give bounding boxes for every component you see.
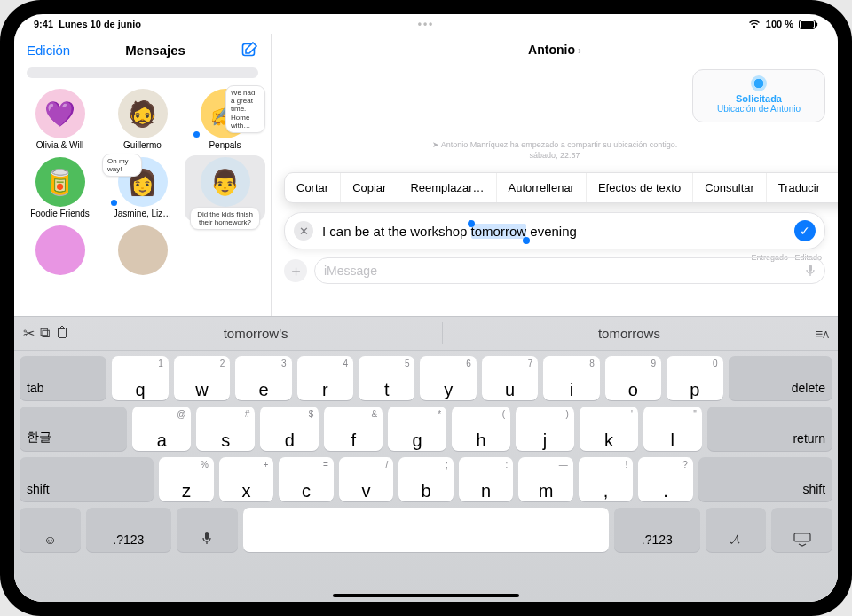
conversation-guillermo[interactable]: 🧔 Guillermo — [102, 87, 183, 154]
key-c[interactable]: =c — [279, 457, 334, 501]
menu-cut[interactable]: Cortar — [285, 173, 341, 202]
edit-button[interactable]: Edición — [27, 43, 70, 58]
key-j[interactable]: )j — [516, 407, 574, 451]
key-k[interactable]: 'k — [580, 407, 638, 451]
key-u[interactable]: 7u — [482, 356, 538, 400]
menu-translate[interactable]: Traducir — [767, 173, 832, 202]
menu-copy[interactable]: Copiar — [341, 173, 398, 202]
status-time: 9:41 — [34, 19, 53, 29]
conversation-penpals[interactable]: We had a great time. Home with… ✍️ Penpa… — [185, 87, 265, 154]
conversation-extra-1[interactable] — [20, 224, 100, 279]
timestamp: sábado, 22:57 — [272, 151, 838, 160]
conversation-olivia-will[interactable]: 💜 Olivia & Will — [20, 87, 100, 154]
key-globe[interactable]: 한글 — [20, 407, 127, 451]
key-return[interactable]: return — [707, 407, 832, 451]
key-m[interactable]: —m — [518, 457, 573, 501]
key-w[interactable]: 2w — [174, 356, 230, 400]
key-emoji[interactable]: ☺ — [20, 508, 81, 552]
cut-icon[interactable]: ✂︎ — [23, 325, 35, 342]
svg-rect-4 — [809, 265, 812, 272]
key-d[interactable]: $d — [260, 407, 319, 451]
key-x[interactable]: +x — [219, 457, 274, 501]
key-v[interactable]: /v — [339, 457, 394, 501]
suggestion-2[interactable]: tomorrows — [442, 322, 815, 344]
confirm-edit-button[interactable]: ✓ — [794, 220, 816, 241]
key-g[interactable]: *g — [388, 407, 446, 451]
selected-text[interactable]: tomorrow — [471, 224, 527, 239]
key-q[interactable]: 1q — [112, 356, 168, 400]
key-n[interactable]: :n — [459, 457, 514, 501]
menu-more[interactable]: › — [832, 173, 838, 202]
conversation-jasmine[interactable]: On my way! 👩 Jasmine, Liz… — [102, 155, 183, 222]
key-num-right[interactable]: .?123 — [614, 508, 699, 552]
key-f[interactable]: &f — [324, 407, 383, 451]
key-.[interactable]: ?. — [638, 457, 693, 501]
conversation-extra-2[interactable] — [102, 224, 183, 279]
key-p[interactable]: 0p — [667, 356, 722, 400]
paste-icon[interactable]: 📋︎ — [55, 325, 69, 342]
key-r[interactable]: 4r — [297, 356, 353, 400]
battery-icon — [799, 20, 818, 29]
key-e[interactable]: 3e — [235, 356, 291, 400]
suggestion-1[interactable]: tomorrow's — [69, 322, 442, 344]
wifi-icon — [748, 20, 761, 28]
key-delete[interactable]: delete — [729, 356, 832, 400]
copy-icon[interactable]: ⧉ — [40, 325, 50, 342]
key-,[interactable]: !, — [579, 457, 634, 501]
key-o[interactable]: 9o — [605, 356, 661, 400]
location-arrow-icon: ➤ — [432, 140, 439, 149]
conversation-foodie[interactable]: 🥫 Foodie Friends — [20, 155, 100, 222]
key-a[interactable]: @a — [132, 407, 191, 451]
key-space[interactable] — [243, 508, 610, 552]
chevron-right-icon: › — [578, 44, 581, 57]
text-context-menu: Cortar Copiar Reemplazar… Autorrellenar … — [284, 172, 838, 203]
format-icon[interactable]: ≡A — [816, 326, 829, 341]
key-handwriting[interactable]: 𝓐 — [706, 508, 767, 552]
dictation-icon[interactable] — [805, 264, 816, 278]
status-date: Lunes 10 de junio — [59, 19, 141, 29]
sidebar-title: Mensajes — [125, 43, 185, 58]
cancel-edit-button[interactable]: ✕ — [294, 221, 313, 241]
svg-rect-5 — [205, 532, 209, 540]
key-num-left[interactable]: .?123 — [86, 508, 171, 552]
svg-rect-6 — [794, 533, 810, 541]
key-z[interactable]: %z — [159, 457, 214, 501]
search-input[interactable] — [27, 67, 258, 78]
compose-button[interactable] — [241, 41, 258, 59]
key-s[interactable]: #s — [196, 407, 255, 451]
key-dictate[interactable] — [177, 508, 238, 552]
multitask-dots[interactable]: ••• — [418, 18, 435, 30]
message-text[interactable]: I can be at the workshop tomorrow evenin… — [322, 224, 785, 239]
key-b[interactable]: ;b — [398, 457, 454, 501]
location-card[interactable]: Solicitada Ubicación de Antonio — [692, 69, 825, 122]
menu-replace[interactable]: Reemplazar… — [398, 173, 496, 202]
home-indicator[interactable] — [333, 594, 519, 597]
svg-rect-1 — [801, 21, 814, 28]
attach-button[interactable]: ＋ — [284, 259, 307, 282]
unread-dot — [193, 131, 200, 138]
key-y[interactable]: 6y — [420, 356, 476, 400]
battery-text: 100 % — [766, 19, 793, 29]
menu-autofill[interactable]: Autorrellenar — [497, 173, 587, 202]
key-shift-right[interactable]: shift — [698, 457, 832, 501]
selection-handle-left[interactable] — [468, 220, 475, 227]
conversation-antonio[interactable]: 👨 Antonio Did the kids finish their home… — [185, 155, 265, 222]
location-pin-icon — [751, 75, 767, 91]
key-l[interactable]: "l — [643, 407, 702, 451]
status-bar: 9:41 Lunes 10 de junio ••• 100 % — [14, 14, 838, 34]
key-i[interactable]: 8i — [543, 356, 599, 400]
preview-bubble: Did the kids finish their homework? — [190, 207, 260, 230]
message-edit-field[interactable]: ✕ I can be at the workshop tomorrow even… — [284, 212, 825, 249]
chat-title[interactable]: Antonio› — [272, 34, 838, 62]
system-message: ➤ Antonio Manríquez ha empezado a compar… — [272, 140, 838, 149]
message-input[interactable]: iMessage — [314, 257, 825, 284]
key-hide-keyboard[interactable] — [771, 508, 832, 552]
unread-dot — [111, 200, 117, 206]
menu-texteffects[interactable]: Efectos de texto — [587, 173, 693, 202]
key-shift-left[interactable]: shift — [20, 457, 154, 501]
key-t[interactable]: 5t — [359, 356, 414, 400]
key-h[interactable]: (h — [452, 407, 510, 451]
menu-lookup[interactable]: Consultar — [693, 173, 767, 202]
key-tab[interactable]: tab — [20, 356, 106, 400]
selection-handle-right[interactable] — [523, 237, 530, 244]
